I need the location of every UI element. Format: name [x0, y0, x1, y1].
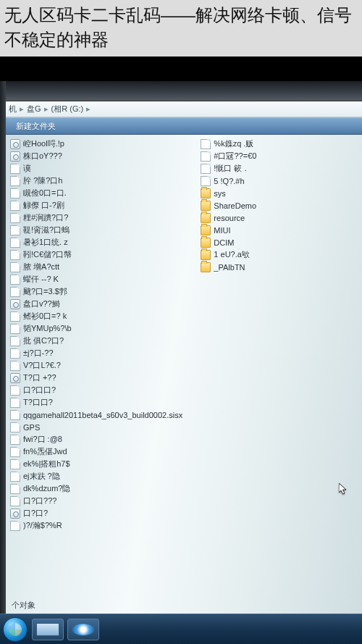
list-item[interactable]: 粴#涧蹪?口?	[10, 212, 199, 224]
breadcrumb-seg-2[interactable]: 盘G	[27, 104, 41, 114]
list-item-label: sys	[214, 189, 226, 198]
list-item-label: 谟	[23, 163, 31, 174]
list-item[interactable]: 批 俱C?口?	[10, 335, 199, 347]
file-icon	[10, 324, 20, 334]
list-item[interactable]: !慨口 簐 .	[201, 162, 361, 175]
list-item-label: 觮傺 口-?剧	[23, 200, 64, 211]
chevron-right-icon: ▸	[86, 104, 90, 114]
folder-icon	[201, 201, 211, 211]
list-item-label: T?口 +??	[23, 372, 56, 383]
list-item[interactable]: qqgamehall2011beta4_s60v3_build0002.sisx	[10, 409, 199, 421]
file-icon	[10, 275, 20, 285]
list-item-label: #口冦??=€0	[214, 151, 256, 162]
list-item[interactable]: 口?口?	[10, 507, 199, 519]
list-item[interactable]: DCIM	[201, 236, 361, 248]
file-icon	[10, 262, 20, 272]
list-item[interactable]: T?口口?	[10, 396, 199, 409]
list-item[interactable]: 口?口口?	[10, 384, 199, 396]
list-item-label: T?口口?	[23, 397, 53, 408]
explorer-photo: 机 ▸ 盘G ▸ (相R (G:) ▸ 新建文件夹 崆Hool哷.!p株口oY?…	[0, 81, 362, 614]
file-icon	[10, 361, 20, 371]
explorer-toolbar: 新建文件夹	[6, 117, 362, 135]
list-item[interactable]: #口冦??=€0	[201, 150, 361, 162]
monitor-bezel-left	[0, 81, 6, 614]
file-icon	[10, 472, 20, 482]
list-item[interactable]: T?口 +??	[10, 372, 199, 384]
list-item-label: qqgamehall2011beta4_s60v3_build0002.sisx	[23, 411, 182, 419]
list-item[interactable]: ej末趺 ?隐	[10, 470, 199, 482]
list-item-label: GPS	[23, 423, 40, 432]
file-icon	[201, 176, 211, 186]
list-item-label: 口?口口?	[23, 385, 56, 396]
file-list-pane[interactable]: 崆Hool哷.!p株口oY???谟肸 ?陳?口h瞡俭0口=口.觮傺 口-?剧粴#…	[6, 135, 362, 614]
list-item[interactable]: 崆Hool哷.!p	[10, 138, 199, 150]
list-item[interactable]: 蠷仟 --? K	[10, 273, 199, 285]
breadcrumb-seg-3[interactable]: (相R (G:)	[51, 104, 84, 114]
new-folder-button[interactable]: 新建文件夹	[10, 120, 62, 133]
list-item[interactable]: ek%|搭粗h7$	[10, 458, 199, 470]
list-item[interactable]: 瞡俭0口=口.	[10, 187, 199, 199]
list-item[interactable]: 颹?口=3.$郣	[10, 285, 199, 298]
list-item-label: 盘口v??鰣	[23, 298, 60, 309]
settings-file-icon	[10, 151, 20, 162]
list-item[interactable]: ShareDemo	[201, 199, 361, 212]
file-icon	[201, 164, 211, 174]
file-icon	[10, 385, 20, 396]
taskbar-item-explorer[interactable]	[32, 619, 64, 640]
breadcrumb-seg-1[interactable]: 机	[9, 104, 17, 114]
taskbar-item-ie[interactable]	[67, 619, 99, 640]
list-item-label: _PAlbTN	[214, 263, 245, 272]
folder-icon	[201, 262, 211, 272]
list-item[interactable]: dk%dzum?隐	[10, 482, 199, 495]
list-item-label: 批 俱C?口?	[23, 335, 64, 346]
file-icon	[201, 151, 211, 162]
list-item-label: DCIM	[214, 238, 234, 247]
file-icon	[10, 238, 20, 248]
list-item[interactable]: 韬YMUp%?\b	[10, 322, 199, 335]
list-item[interactable]: 靷!C€儲?口幋	[10, 248, 199, 261]
list-item-label: 崆Hool哷.!p	[23, 138, 64, 149]
file-icon	[10, 336, 20, 346]
list-item[interactable]: ±j?口-??	[10, 347, 199, 359]
list-item[interactable]: 暑衫1口统. z	[10, 236, 199, 248]
list-item[interactable]: 肸 ?陳?口h	[10, 175, 199, 187]
list-item[interactable]: 谟	[10, 162, 199, 175]
list-item[interactable]: 脓 增A?ctt	[10, 261, 199, 273]
file-icon	[10, 398, 20, 408]
list-item[interactable]: 盘口v??鰣	[10, 298, 199, 310]
list-item[interactable]: sys	[201, 187, 361, 199]
list-item[interactable]: 口?口???	[10, 495, 199, 507]
list-item[interactable]: _PAlbTN	[201, 261, 361, 273]
file-icon	[10, 496, 20, 506]
list-item[interactable]: fn%炁偡Jwd	[10, 446, 199, 458]
list-item-label: 脓 增A?ctt	[23, 262, 59, 272]
file-icon	[10, 447, 20, 457]
list-item[interactable]: 5 !Q?.#h	[201, 175, 361, 187]
list-item[interactable]: V?口L?€.?	[10, 359, 199, 372]
folder-icon	[201, 225, 211, 235]
taskbar[interactable]	[0, 614, 362, 644]
list-item-label: ek%|搭粗h7$	[23, 459, 70, 469]
list-item-label: 5 !Q?.#h	[214, 177, 244, 185]
start-button[interactable]	[3, 617, 28, 642]
monitor-bezel-top	[0, 81, 362, 101]
black-strip	[0, 57, 362, 81]
list-item[interactable]: 鳍衫0口=? k	[10, 310, 199, 322]
list-item-label: 1 eU?.a欨	[214, 249, 250, 260]
list-item[interactable]: resource	[201, 212, 361, 224]
list-item[interactable]: MIUI	[201, 224, 361, 236]
list-item-label: 暑衫1口统. z	[23, 237, 68, 248]
list-item[interactable]: 鞮!脔滋?口螐	[10, 224, 199, 236]
file-icon	[10, 250, 20, 260]
list-item[interactable]: %k鏶zq .贩	[201, 138, 361, 150]
list-item-label: ShareDemo	[214, 201, 256, 210]
list-item-label: 颹?口=3.$郣	[23, 286, 67, 297]
list-item[interactable]: GPS	[10, 421, 199, 433]
list-item[interactable]: 1 eU?.a欨	[201, 248, 361, 261]
list-item[interactable]: fwi?口 :@8	[10, 433, 199, 446]
list-item[interactable]: 株口oY???	[10, 150, 199, 162]
list-item[interactable]: 觮傺 口-?剧	[10, 199, 199, 212]
breadcrumb[interactable]: 机 ▸ 盘G ▸ (相R (G:) ▸	[6, 101, 362, 117]
list-item[interactable]: )?/瀚$?%R	[10, 519, 199, 532]
list-item-label: 口?口?	[23, 508, 48, 519]
